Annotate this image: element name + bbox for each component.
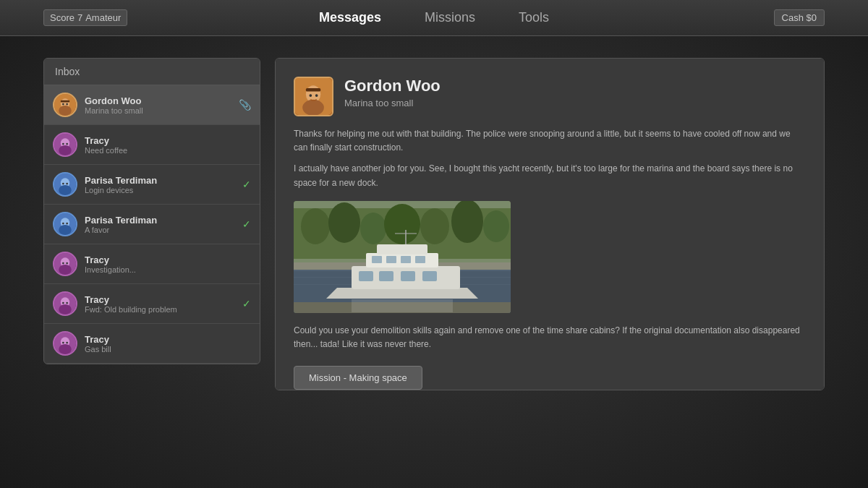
avatar	[53, 252, 77, 276]
message-content: Tracy Need coffee	[85, 135, 251, 155]
svg-rect-71	[352, 299, 453, 312]
tab-missions[interactable]: Missions	[417, 7, 482, 29]
sender-name: Tracy	[85, 254, 251, 265]
svg-rect-67	[401, 256, 411, 263]
body-paragraph-2: I actually have another job for you. See…	[294, 162, 806, 189]
detail-panel: Gordon Woo Marina too small Thanks for h…	[275, 58, 825, 390]
svg-point-28	[59, 304, 72, 314]
top-bar: Score 7 Amateur Messages Missions Tools …	[0, 0, 868, 36]
svg-rect-63	[401, 271, 415, 281]
svg-point-23	[59, 265, 72, 275]
tab-tools[interactable]: Tools	[511, 7, 556, 29]
svg-point-24	[62, 262, 64, 265]
sender-name: Parisa Terdiman	[85, 175, 235, 186]
message-content: Tracy Fwd: Old building problem	[85, 294, 235, 314]
svg-rect-61	[359, 271, 373, 281]
message-subject: Investigation...	[85, 265, 251, 274]
svg-rect-65	[372, 256, 382, 263]
svg-marker-57	[326, 288, 478, 299]
sender-name: Tracy	[85, 334, 251, 345]
detail-sender-name: Gordon Woo	[344, 77, 806, 95]
cash-label: Cash $0	[782, 12, 817, 23]
svg-point-25	[66, 262, 68, 265]
svg-point-4	[62, 103, 64, 106]
message-list: Gordon Woo Marina too small 📎	[44, 85, 260, 364]
avatar	[53, 172, 77, 197]
checkmark-icon: ✓	[242, 218, 251, 230]
body-paragraph-3: Could you use your demolition skills aga…	[294, 324, 806, 351]
sender-name: Tracy	[85, 135, 251, 146]
svg-rect-68	[415, 256, 425, 263]
detail-body-2: Could you use your demolition skills aga…	[294, 324, 806, 351]
score-label: Score	[50, 12, 75, 23]
svg-point-53	[451, 201, 483, 243]
sender-name: Tracy	[85, 294, 235, 305]
checkmark-icon: ✓	[242, 179, 251, 190]
message-content: Gordon Woo Marina too small	[85, 95, 231, 115]
svg-point-54	[483, 210, 509, 242]
message-subject: Gas bill	[85, 345, 251, 354]
mission-button[interactable]: Mission - Making space	[294, 366, 422, 390]
svg-point-15	[66, 183, 68, 185]
avatar	[53, 132, 77, 157]
svg-point-5	[66, 103, 68, 106]
svg-rect-66	[386, 256, 396, 263]
svg-point-49	[328, 202, 360, 243]
paperclip-icon: 📎	[239, 99, 251, 111]
detail-avatar	[294, 77, 333, 116]
message-content: Parisa Terdiman Login devices	[85, 175, 235, 194]
avatar	[53, 93, 77, 117]
list-item[interactable]: Tracy Fwd: Old building problem ✓	[44, 284, 260, 324]
svg-point-19	[62, 223, 64, 225]
list-item[interactable]: Tracy Need coffee	[44, 125, 260, 165]
score-value: 7	[77, 12, 82, 23]
tab-messages[interactable]: Messages	[312, 7, 388, 29]
svg-rect-62	[379, 271, 393, 281]
list-item[interactable]: Parisa Terdiman A favor ✓	[44, 205, 260, 244]
svg-point-10	[66, 143, 68, 145]
svg-point-38	[302, 100, 324, 116]
svg-point-34	[62, 342, 64, 344]
list-item[interactable]: Tracy Gas bill	[44, 324, 260, 364]
svg-point-9	[62, 143, 64, 145]
detail-header: Gordon Woo Marina too small	[294, 77, 806, 116]
message-subject: Marina too small	[85, 106, 231, 115]
svg-point-14	[62, 183, 64, 185]
svg-rect-64	[422, 271, 437, 281]
cash-badge: Cash $0	[774, 9, 825, 26]
rank-label: Amateur	[85, 12, 121, 23]
svg-point-20	[66, 223, 68, 225]
detail-subject: Marina too small	[344, 98, 806, 108]
message-subject: A favor	[85, 226, 235, 234]
message-content: Parisa Terdiman A favor	[85, 215, 235, 234]
message-content: Tracy Investigation...	[85, 254, 251, 274]
message-subject: Need coffee	[85, 146, 251, 155]
body-paragraph-1: Thanks for helping me out with that buil…	[294, 127, 806, 155]
svg-point-41	[315, 94, 318, 97]
yacht-image	[294, 201, 511, 313]
main-nav: Messages Missions Tools	[312, 7, 556, 29]
message-subject: Fwd: Old building problem	[85, 305, 235, 314]
inbox-panel: Inbox Gordon Woo Marina too	[43, 58, 260, 364]
svg-point-30	[66, 302, 68, 304]
svg-point-8	[59, 145, 72, 155]
svg-point-13	[59, 185, 72, 195]
svg-point-18	[59, 225, 72, 235]
list-item[interactable]: Parisa Terdiman Login devices ✓	[44, 165, 260, 205]
svg-rect-3	[61, 100, 69, 103]
list-item[interactable]: Gordon Woo Marina too small 📎	[44, 85, 260, 125]
message-subject: Login devices	[85, 186, 235, 194]
message-content: Tracy Gas bill	[85, 334, 251, 354]
list-item[interactable]: Tracy Investigation...	[44, 244, 260, 284]
detail-title-area: Gordon Woo Marina too small	[344, 77, 806, 108]
avatar	[53, 291, 77, 316]
sender-name: Gordon Woo	[85, 95, 231, 106]
checkmark-icon: ✓	[242, 298, 251, 309]
svg-point-51	[384, 204, 420, 244]
main-content: Inbox Gordon Woo Marina too	[0, 36, 868, 488]
svg-point-48	[301, 208, 330, 244]
svg-point-29	[62, 302, 64, 304]
svg-point-50	[360, 213, 386, 244]
svg-rect-39	[306, 88, 320, 92]
svg-rect-60	[377, 244, 427, 254]
